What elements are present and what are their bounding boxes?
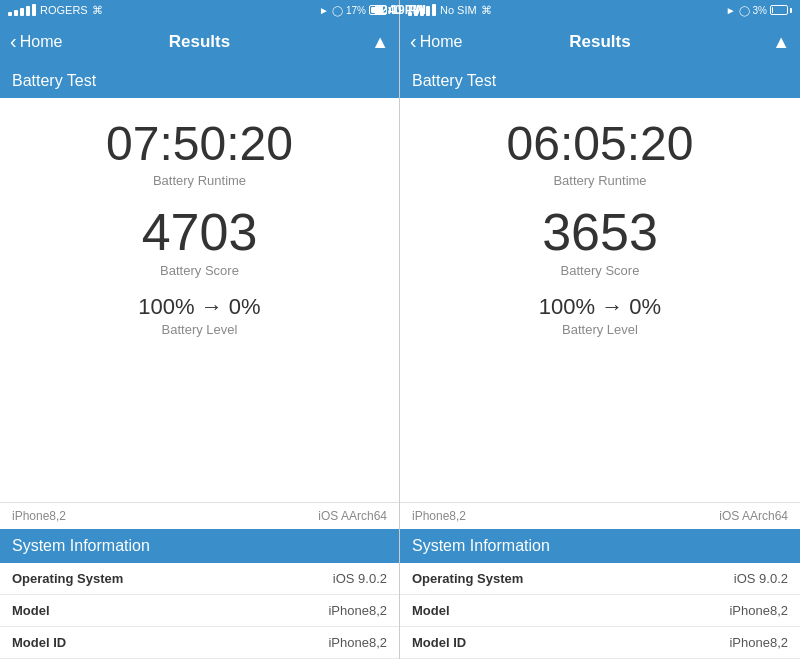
score-label: Battery Score (542, 263, 658, 278)
status-bar-right: ► ◯ 3% (726, 5, 792, 16)
phone-panel-1: ROGERS ⌘ 1:40 PM ► ◯ 17% ‹ Home (0, 0, 400, 659)
location-icon: ► (319, 5, 329, 16)
info-row-value: iOS 9.0.2 (734, 571, 788, 586)
info-row-value: iOS 9.0.2 (333, 571, 387, 586)
score-value: 3653 (542, 204, 658, 261)
footer-arch: iOS AArch64 (719, 509, 788, 523)
wifi-icon: ⌘ (481, 4, 492, 17)
footer-device: iPhone8,2 (12, 509, 66, 523)
nav-bar: ‹ Home Results ▲ (0, 20, 399, 64)
back-chevron-icon: ‹ (410, 31, 417, 51)
signal-icon (8, 4, 36, 16)
score-value: 4703 (142, 204, 258, 261)
info-row-value: iPhone8,2 (328, 635, 387, 650)
score-label: Battery Score (142, 263, 258, 278)
phone-panel-2: No SIM ⌘ 12:19 PM ► ◯ 3% ‹ Home (400, 0, 800, 659)
runtime-value: 07:50:20 (106, 118, 293, 171)
footer-device: iPhone8,2 (412, 509, 466, 523)
share-icon[interactable]: ▲ (772, 32, 790, 53)
location-icon: ► (726, 5, 736, 16)
carrier-label: No SIM (440, 4, 477, 16)
carrier-label: ROGERS (40, 4, 88, 16)
info-row: Model iPhone8,2 (400, 595, 800, 627)
nav-bar: ‹ Home Results ▲ (400, 20, 800, 64)
info-row-label: Model ID (412, 635, 466, 650)
info-row-value: iPhone8,2 (729, 635, 788, 650)
battery-level-value: 100% → 0% (539, 294, 661, 320)
back-label: Home (20, 33, 63, 51)
info-row: Model ID iPhone8,2 (0, 627, 399, 659)
battery-percent: 17% (346, 5, 366, 16)
back-chevron-icon: ‹ (10, 31, 17, 51)
info-row-value: iPhone8,2 (328, 603, 387, 618)
info-table: Operating System iOS 9.0.2 Model iPhone8… (400, 563, 800, 659)
battery-level-value: 100% → 0% (138, 294, 260, 320)
system-info-header: System Information (400, 529, 800, 563)
info-row-label: Model (412, 603, 450, 618)
bluetooth-icon: ◯ (739, 5, 750, 16)
score-block: 4703 Battery Score (142, 204, 258, 278)
runtime-block: 06:05:20 Battery Runtime (507, 118, 694, 188)
share-icon[interactable]: ▲ (371, 32, 389, 53)
info-row: Operating System iOS 9.0.2 (0, 563, 399, 595)
battery-level-label: Battery Level (138, 322, 260, 337)
score-block: 3653 Battery Score (542, 204, 658, 278)
runtime-value: 06:05:20 (507, 118, 694, 171)
wifi-icon: ⌘ (92, 4, 103, 17)
system-info-header: System Information (0, 529, 399, 563)
nav-title: Results (169, 32, 230, 52)
status-bar: No SIM ⌘ 12:19 PM ► ◯ 3% (400, 0, 800, 20)
back-button[interactable]: ‹ Home (410, 33, 462, 51)
time-display: 12:19 PM (374, 3, 426, 17)
footer-info: iPhone8,2 iOS AArch64 (0, 502, 399, 529)
info-row-label: Operating System (12, 571, 123, 586)
footer-info: iPhone8,2 iOS AArch64 (400, 502, 800, 529)
runtime-label: Battery Runtime (507, 173, 694, 188)
info-row-value: iPhone8,2 (729, 603, 788, 618)
info-row-label: Operating System (412, 571, 523, 586)
battery-icon (770, 5, 792, 15)
section-header: Battery Test (400, 64, 800, 98)
battery-level-block: 100% → 0% Battery Level (539, 294, 661, 337)
back-button[interactable]: ‹ Home (10, 33, 62, 51)
info-row: Model ID iPhone8,2 (400, 627, 800, 659)
main-content: 06:05:20 Battery Runtime 3653 Battery Sc… (400, 98, 800, 502)
info-row: Model iPhone8,2 (0, 595, 399, 627)
status-bar-left: ROGERS ⌘ (8, 4, 103, 17)
nav-title: Results (569, 32, 630, 52)
info-row-label: Model ID (12, 635, 66, 650)
battery-percent: 3% (753, 5, 767, 16)
bluetooth-icon: ◯ (332, 5, 343, 16)
info-row: Operating System iOS 9.0.2 (400, 563, 800, 595)
runtime-block: 07:50:20 Battery Runtime (106, 118, 293, 188)
main-content: 07:50:20 Battery Runtime 4703 Battery Sc… (0, 98, 399, 502)
battery-level-block: 100% → 0% Battery Level (138, 294, 260, 337)
info-row-label: Model (12, 603, 50, 618)
battery-level-label: Battery Level (539, 322, 661, 337)
info-table: Operating System iOS 9.0.2 Model iPhone8… (0, 563, 399, 659)
status-bar: ROGERS ⌘ 1:40 PM ► ◯ 17% (0, 0, 399, 20)
section-header: Battery Test (0, 64, 399, 98)
footer-arch: iOS AArch64 (318, 509, 387, 523)
runtime-label: Battery Runtime (106, 173, 293, 188)
back-label: Home (420, 33, 463, 51)
